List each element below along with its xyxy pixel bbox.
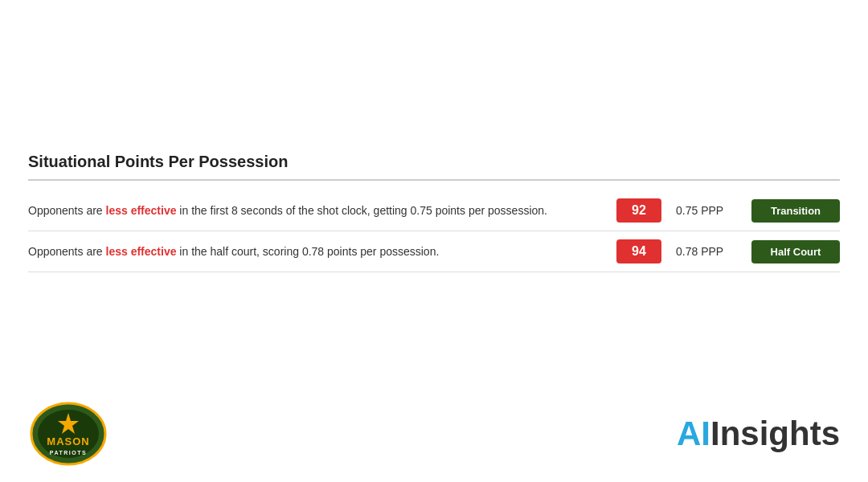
mason-logo: MASON PATRIOTS bbox=[28, 402, 108, 466]
footer: MASON PATRIOTS AIInsights bbox=[0, 402, 868, 466]
row-2-text-before: Opponents are bbox=[28, 245, 106, 258]
row-2-ppp: 0.78 PPP bbox=[676, 245, 740, 258]
row-2-text-after: in the half court, scoring 0.78 points p… bbox=[176, 245, 439, 258]
row-1-text-after: in the first 8 seconds of the shot clock… bbox=[176, 204, 547, 217]
row-2-text: Opponents are less effective in the half… bbox=[28, 245, 600, 258]
row-2-category-badge[interactable]: Half Court bbox=[751, 240, 840, 263]
mason-logo-svg: MASON PATRIOTS bbox=[28, 402, 108, 466]
section-title: Situational Points Per Possession bbox=[28, 153, 840, 181]
row-1-highlight: less effective bbox=[106, 204, 177, 217]
table-row: Opponents are less effective in the half… bbox=[28, 231, 840, 272]
brand-name: AIInsights bbox=[677, 415, 840, 453]
brand-insights-text: Insights bbox=[710, 415, 840, 452]
row-1-text-before: Opponents are bbox=[28, 204, 106, 217]
brand-ai-text: AI bbox=[677, 415, 710, 452]
logo-area: MASON PATRIOTS bbox=[28, 402, 108, 466]
row-2-highlight: less effective bbox=[106, 245, 177, 258]
row-1-score-badge: 92 bbox=[616, 198, 661, 223]
row-1-text: Opponents are less effective in the firs… bbox=[28, 204, 600, 217]
row-1-category-badge[interactable]: Transition bbox=[751, 199, 840, 223]
stats-table: Opponents are less effective in the firs… bbox=[28, 190, 840, 272]
row-1-ppp: 0.75 PPP bbox=[676, 204, 740, 217]
row-2-score-badge: 94 bbox=[616, 239, 661, 263]
main-content: Situational Points Per Possession Oppone… bbox=[0, 129, 868, 272]
svg-text:PATRIOTS: PATRIOTS bbox=[50, 450, 87, 455]
svg-text:MASON: MASON bbox=[47, 435, 89, 447]
table-row: Opponents are less effective in the firs… bbox=[28, 190, 840, 231]
